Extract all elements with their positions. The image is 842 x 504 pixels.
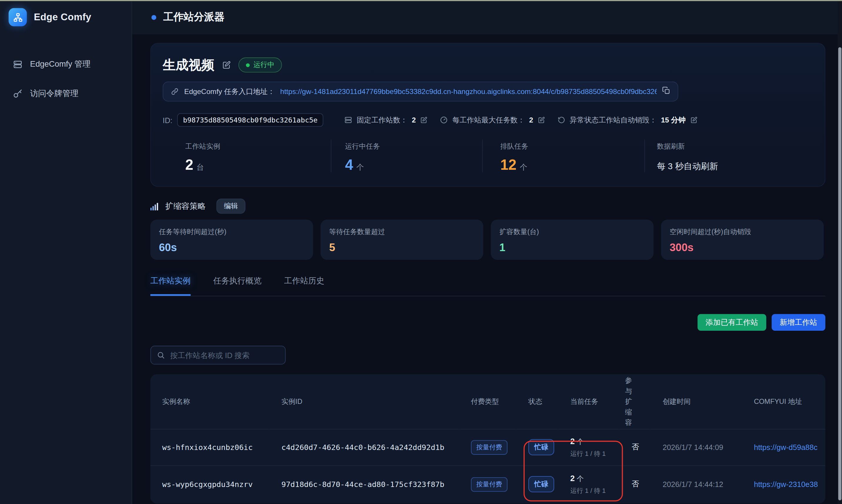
vertical-scrollbar[interactable] [838,0,842,504]
cell-billing: 按量付费 [459,429,517,466]
card-idle-auto-destroy: 空闲时间超过(秒)自动销毁 300s [661,220,824,260]
sidebar-item-label: 访问令牌管理 [30,89,78,99]
server-icon [344,116,352,124]
entry-url-label: EdgeComfy 任务入口地址： [184,87,275,96]
page-title: 工作站分派器 [163,10,225,24]
tab-workstation-history[interactable]: 工作站历史 [284,276,324,296]
search-icon [157,351,165,359]
status-dot-icon [246,63,250,67]
page-header: 工作站分派器 [132,10,225,24]
col-comfyui-url: COMFYUI 地址 [742,374,825,429]
brand-name: Edge Comfy [34,12,91,23]
table-row[interactable]: ws-wyp6cgxgpdu34nzrv 97d18d6c-8d70-44ce-… [150,466,826,503]
col-autoscale-participation: 参与扩缩容 [620,374,651,429]
table-header-row: 实例名称 实例ID 付费类型 状态 当前任务 参与扩缩容 创建时间 COMFYU… [150,374,826,429]
title-dot-icon [151,15,156,19]
col-created-at: 创建时间 [651,374,742,429]
edit-scaling-button[interactable]: 编辑 [216,199,246,214]
dispatcher-summary-card: 生成视频 运行中 EdgeComfy 任务入口地址： http [150,43,826,187]
card-waiting-task-count: 等待任务数量超过 5 [321,220,483,260]
cell-current-tasks: 2 个 运行 1 / 待 1 [558,429,620,466]
dispatcher-title: 生成视频 [163,56,214,73]
setting-fixed-workstations: 固定工作站数： 2 [344,115,428,125]
cell-autoscale: 否 [620,429,651,466]
search-input[interactable] [150,346,286,364]
edit-auto-destroy-icon[interactable] [690,116,697,124]
setting-max-tasks: 每工作站最大任务数： 2 [440,115,545,125]
scaling-cards: 任务等待时间超过(秒) 60s 等待任务数量超过 5 扩容数量(台) 1 空闲时… [150,220,826,260]
cell-status: 忙碌 [517,466,558,503]
setting-auto-destroy: 异常状态工作站自动销毁： 15 分钟 [557,115,697,125]
id-settings-row: ID: b98735d88505498cb0f9dbc3261abc5e 固定工… [163,113,813,127]
status-badge: 运行中 [238,58,282,73]
col-status: 状态 [517,374,558,429]
entry-url-link[interactable]: https://gw-1481ad23011d47769bbe9bc53382c… [280,88,657,95]
sidebar-item-access-token[interactable]: 访问令牌管理 [0,83,132,104]
cell-instance-id: c4d260d7-4626-44c0-b626-4a242dd92d1b [270,429,459,466]
table-row[interactable]: ws-hfnxiox4cunbz06ic c4d260d7-4626-44c0-… [150,429,826,466]
link-icon [171,88,179,95]
create-workstation-button[interactable]: 新增工作站 [772,314,826,331]
dispatcher-id-value: b98735d88505498cb0f9dbc3261abc5e [177,113,323,127]
busy-badge: 忙碌 [529,476,554,492]
copy-url-icon[interactable] [662,86,670,97]
window-top-edge [0,0,842,1]
tab-task-overview[interactable]: 任务执行概览 [213,276,262,296]
busy-badge: 忙碌 [529,439,554,455]
tab-bar: 工作站实例 任务执行概览 工作站历史 [150,276,826,296]
tab-workstation-instances[interactable]: 工作站实例 [150,276,191,296]
app-window: Edge Comfy 工作站分派器 EdgeComfy 管理 访问令牌管理 [0,0,842,504]
stats-row: 工作站实例 2台 运行中任务 4个 排队任务 12个 数据刷新 每 3 秒自动刷… [163,140,813,172]
billing-badge: 按量付费 [471,477,507,491]
cell-instance-id: 97d18d6c-8d70-44ce-ad80-175cf323f87b [270,466,459,503]
cell-comfyui-url: https://gw-d59a88c [742,429,825,466]
edit-max-tasks-icon[interactable] [537,116,545,124]
col-current-tasks: 当前任务 [558,374,620,429]
signal-bars-icon [150,202,159,210]
stat-queued-tasks: 排队任务 12个 [482,140,645,172]
sidebar-item-edgecomfy-manage[interactable]: EdgeComfy 管理 [0,54,132,75]
col-billing-type: 付费类型 [459,374,517,429]
edit-title-icon[interactable] [222,60,231,70]
comfyui-link[interactable]: https://gw-d59a88c [754,443,825,451]
edit-fixed-workstations-icon[interactable] [420,116,428,124]
brand[interactable]: Edge Comfy [0,0,132,34]
col-instance-name: 实例名称 [150,374,270,429]
billing-badge: 按量付费 [471,440,507,454]
stat-workstation-instances: 工作站实例 2台 [163,140,330,172]
id-label: ID: [163,116,173,124]
workstation-search [150,346,286,364]
card-scale-out-count: 扩容数量(台) 1 [491,220,654,260]
entry-url-bar: EdgeComfy 任务入口地址： https://gw-1481ad23011… [163,82,678,102]
cell-instance-name: ws-hfnxiox4cunbz06ic [150,429,270,466]
cell-created-at: 2026/1/7 14:44:12 [651,466,742,503]
add-existing-workstation-button[interactable]: 添加已有工作站 [697,314,766,331]
comfyui-link[interactable]: https://gw-2310e38 [754,480,825,488]
app-logo-icon [8,8,27,26]
server-icon [13,59,23,69]
scaling-strategy-header: 扩缩容策略 编辑 [150,199,826,214]
cell-created-at: 2026/1/7 14:44:09 [651,429,742,466]
stat-running-tasks: 运行中任务 4个 [330,140,482,172]
gauge-icon [440,116,448,124]
sidebar-item-label: EdgeComfy 管理 [30,59,90,69]
sidebar: EdgeComfy 管理 访问令牌管理 [0,34,132,504]
key-icon [13,89,23,99]
cell-autoscale: 否 [620,466,651,503]
table-actions: 添加已有工作站 新增工作站 [150,314,826,331]
workstation-table: 实例名称 实例ID 付费类型 状态 当前任务 参与扩缩容 创建时间 COMFYU… [150,374,826,503]
topbar: Edge Comfy 工作站分派器 [0,0,842,34]
col-instance-id: 实例ID [270,374,459,429]
card-task-wait-time: 任务等待时间超过(秒) 60s [150,220,313,260]
cell-status: 忙碌 [517,429,558,466]
scrollbar-thumb[interactable] [838,47,841,501]
cell-instance-name: ws-wyp6cgxgpdu34nzrv [150,466,270,503]
scaling-strategy-title: 扩缩容策略 [165,201,205,212]
history-clock-icon [557,116,565,124]
cell-billing: 按量付费 [459,466,517,503]
cell-current-tasks: 2 个 运行 1 / 待 1 [558,466,620,503]
main-content: 生成视频 运行中 EdgeComfy 任务入口地址： http [132,34,842,504]
cell-comfyui-url: https://gw-2310e38 [742,466,825,503]
stat-data-refresh: 数据刷新 每 3 秒自动刷新 [645,140,813,172]
